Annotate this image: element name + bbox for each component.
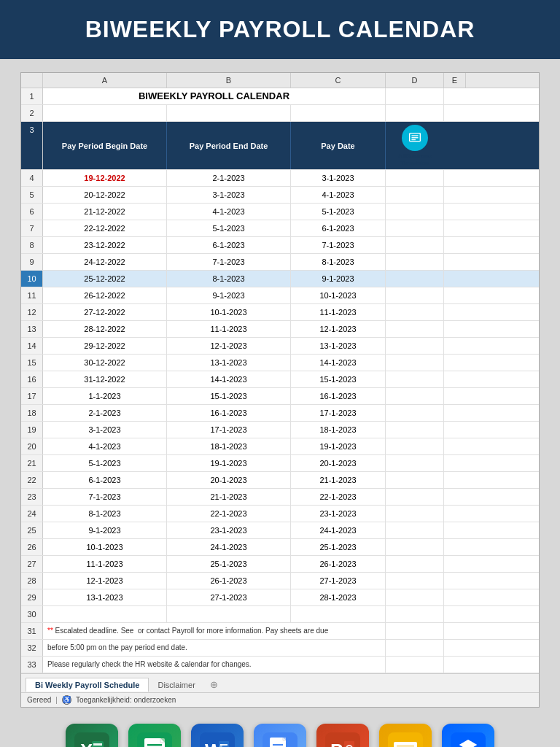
table-row: 2913-1-202327-1-202328-1-2023 [21, 589, 539, 606]
table-row: 248-1-202322-1-202323-1-2023 [21, 506, 539, 522]
cell-29c: 28-1-2023 [291, 589, 386, 605]
cell-24c: 23-1-2023 [291, 506, 386, 522]
note-2: before 5:00 pm on the pay period end dat… [43, 640, 386, 656]
cell-30d [386, 606, 444, 622]
docs-icon[interactable] [254, 724, 306, 747]
table-row: 722-12-20225-1-20236-1-2023 [21, 220, 539, 237]
data-rows: 419-12-20222-1-20233-1-2023520-12-20223-… [21, 170, 539, 606]
cell-24a: 8-1-2023 [43, 506, 167, 522]
cell-10b: 8-1-2023 [167, 271, 291, 287]
table-row: 215-1-202319-1-202320-1-2023 [21, 455, 539, 472]
main-content: A B C D E 1 BIWEEKLY PAYROLL CALENDAR 2 … [0, 59, 560, 747]
cell-19b: 17-1-2023 [167, 422, 291, 438]
cell-24d [386, 506, 444, 522]
cell-20c: 19-1-2023 [291, 438, 386, 454]
row-num-11: 11 [21, 287, 43, 303]
row-num-32: 32 [21, 640, 43, 656]
sheets-icon[interactable] [128, 724, 181, 747]
cell-27c: 26-1-2023 [291, 556, 386, 572]
tab-disclaimer[interactable]: Disclaimer [149, 678, 203, 692]
svg-rect-19 [219, 741, 229, 747]
row-num-22: 22 [21, 472, 43, 488]
cell-15a: 30-12-2022 [43, 355, 167, 371]
table-row: 2812-1-202326-1-202327-1-2023 [21, 573, 539, 589]
notes-row-33: 33 Please regularly check the HR website… [21, 657, 539, 673]
row-num-24: 24 [21, 506, 43, 522]
cell-23b: 21-1-2023 [167, 489, 291, 505]
row-num-14: 14 [21, 338, 43, 354]
cell-18d [386, 405, 444, 421]
table-row: 1126-12-20229-1-202310-1-2023 [21, 287, 539, 304]
slides-icon[interactable] [379, 724, 432, 747]
note-1: ** Escalated deadline. See or contact Pa… [43, 623, 386, 639]
table-row: 1227-12-202210-1-202311-1-2023 [21, 304, 539, 321]
cell-8c: 7-1-2023 [291, 237, 386, 253]
corner-cell [21, 73, 43, 88]
cell-29b: 27-1-2023 [167, 589, 291, 605]
ppt-icon[interactable]: P [316, 724, 369, 747]
cell-11b: 9-1-2023 [167, 287, 291, 303]
cell-16d [386, 371, 444, 387]
row-num-13: 13 [21, 321, 43, 337]
svg-text:P: P [330, 740, 343, 747]
word-icon[interactable]: W [191, 724, 244, 747]
cell-27a: 11-1-2023 [43, 556, 167, 572]
cell-8d [386, 237, 444, 253]
row-num-1: 1 [21, 88, 43, 104]
table-row: 1025-12-20228-1-20239-1-2023 [21, 271, 539, 287]
table-row: 226-1-202320-1-202321-1-2023 [21, 472, 539, 489]
col-e-header: E [444, 73, 466, 88]
cell-5b: 3-1-2023 [167, 187, 291, 203]
cell-21a: 5-1-2023 [43, 455, 167, 471]
table-row: 1631-12-202214-1-202315-1-2023 [21, 371, 539, 388]
logo-text: AllBusinessTemplates [398, 152, 432, 166]
table-row: 520-12-20223-1-20234-1-2023 [21, 187, 539, 204]
table-row: 924-12-20227-1-20238-1-2023 [21, 254, 539, 271]
cell-6b: 4-1-2023 [167, 204, 291, 220]
col-b-header: B [167, 73, 291, 88]
header-col-c: Pay Date [291, 122, 386, 169]
row-num-3: 3 [21, 122, 43, 169]
status-ready: Gereed [27, 696, 51, 704]
row-num-21: 21 [21, 455, 43, 471]
cell-22c: 21-1-2023 [291, 472, 386, 488]
cell-2b [167, 105, 291, 121]
dropbox-icon[interactable] [442, 724, 494, 747]
cell-10c: 9-1-2023 [291, 271, 386, 287]
cell-5c: 4-1-2023 [291, 187, 386, 203]
cell-2d [386, 105, 444, 121]
cell-17c: 16-1-2023 [291, 388, 386, 404]
cell-30a [43, 606, 167, 622]
tab-add-button[interactable]: ⊕ [204, 677, 224, 692]
cell-12b: 10-1-2023 [167, 304, 291, 320]
cell-20d [386, 438, 444, 454]
col-c-header: C [291, 73, 386, 88]
cell-28d [386, 573, 444, 589]
row-num-15: 15 [21, 355, 43, 371]
cell-6d [386, 204, 444, 220]
cell-19d [386, 422, 444, 438]
cell-10a: 25-12-2022 [43, 271, 167, 287]
cell-16c: 15-1-2023 [291, 371, 386, 387]
cell-5d [386, 187, 444, 203]
svg-rect-13 [147, 744, 162, 746]
cell-7a: 22-12-2022 [43, 220, 167, 236]
cell-23a: 7-1-2023 [43, 489, 167, 505]
tab-biweekly[interactable]: Bi Weekly Payroll Schedule [26, 678, 149, 692]
cell-28c: 27-1-2023 [291, 573, 386, 589]
cell-21d [386, 455, 444, 471]
cell-11d [386, 287, 444, 303]
cell-13c: 12-1-2023 [291, 321, 386, 337]
cell-33d [386, 657, 444, 673]
cell-13a: 28-12-2022 [43, 321, 167, 337]
excel-icon[interactable]: X [66, 724, 118, 747]
cell-19a: 3-1-2023 [43, 422, 167, 438]
cell-13b: 11-1-2023 [167, 321, 291, 337]
table-row: 2711-1-202325-1-202326-1-2023 [21, 556, 539, 573]
cell-23c: 22-1-2023 [291, 489, 386, 505]
cell-9a: 24-12-2022 [43, 254, 167, 270]
cell-4a: 19-12-2022 [43, 170, 167, 186]
table-row: 204-1-202318-1-202319-1-2023 [21, 438, 539, 455]
cell-11a: 26-12-2022 [43, 287, 167, 303]
row-num-16: 16 [21, 371, 43, 387]
